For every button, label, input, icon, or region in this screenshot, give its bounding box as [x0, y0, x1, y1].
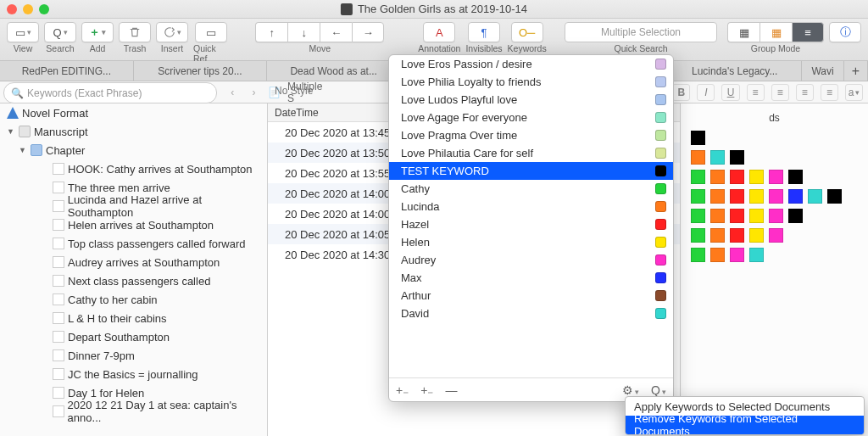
- binder-scene[interactable]: Next class passengers called: [0, 271, 267, 290]
- tab-2[interactable]: Dead Wood as at...: [267, 61, 401, 81]
- invisibles-button[interactable]: ¶: [468, 22, 500, 42]
- keyword-swatch[interactable]: [691, 189, 705, 204]
- keyword-item[interactable]: David: [389, 305, 673, 322]
- move-left-button[interactable]: ←: [320, 22, 352, 42]
- keyword-item[interactable]: Max: [389, 269, 673, 287]
- scrivenings-mode[interactable]: ≡: [792, 22, 824, 42]
- keyword-swatch[interactable]: [710, 189, 725, 204]
- keyword-swatch[interactable]: [691, 131, 705, 145]
- keyword-swatch[interactable]: [749, 209, 764, 223]
- binder-scene[interactable]: Top class passengers called forward: [0, 234, 267, 253]
- search-button[interactable]: Q▾: [44, 22, 76, 42]
- binder-root[interactable]: Novel Format: [0, 103, 267, 122]
- keyword-swatch[interactable]: [769, 209, 783, 223]
- col-datetime[interactable]: DateTime: [275, 107, 402, 119]
- zoom-window[interactable]: [39, 4, 49, 14]
- keyword-swatch[interactable]: [710, 150, 725, 165]
- align-justify[interactable]: ≡: [821, 84, 838, 101]
- keyword-search-icon[interactable]: Q▾: [651, 383, 666, 397]
- keyword-swatch[interactable]: [710, 228, 725, 243]
- align-left[interactable]: ≡: [747, 84, 765, 101]
- quick-search-field[interactable]: Multiple Selection: [565, 22, 717, 42]
- bold-button[interactable]: B: [672, 84, 690, 101]
- new-tab-button[interactable]: +: [844, 61, 868, 81]
- binder-scene[interactable]: Cathy to her cabin: [0, 290, 267, 309]
- keyword-item[interactable]: Love Eros Passion / desire: [389, 55, 673, 73]
- keyword-swatch[interactable]: [808, 189, 822, 204]
- history-fwd[interactable]: ›: [247, 87, 261, 98]
- binder-scene[interactable]: Lucinda and Hazel arrive at Southampton: [0, 197, 267, 215]
- annotation-button[interactable]: A: [423, 22, 455, 42]
- close-window[interactable]: [7, 4, 17, 14]
- add-child-keyword[interactable]: +₋: [396, 383, 409, 397]
- outliner-mode[interactable]: ▦: [760, 22, 792, 42]
- move-right-button[interactable]: →: [352, 22, 384, 42]
- add-sibling-keyword[interactable]: +₋: [420, 383, 433, 397]
- keyword-item[interactable]: Love Pragma Over time: [389, 126, 673, 144]
- binder-search[interactable]: 🔍 Keywords (Exact Phrase): [3, 82, 217, 103]
- keyword-swatch[interactable]: [749, 228, 764, 243]
- keyword-swatch[interactable]: [749, 170, 764, 184]
- keyword-item[interactable]: Love Philautia Care for self: [389, 144, 673, 162]
- keyword-swatch[interactable]: [749, 248, 764, 262]
- trash-button[interactable]: [119, 22, 151, 42]
- keyword-swatch[interactable]: [691, 228, 705, 243]
- tab-6[interactable]: Wavi: [802, 61, 844, 81]
- keyword-swatch[interactable]: [691, 209, 705, 223]
- tab-5[interactable]: Lucinda's Legacy...: [668, 61, 802, 81]
- keyword-item[interactable]: Audrey: [389, 251, 673, 269]
- inspector-toggle[interactable]: ⓘ: [829, 22, 861, 42]
- keyword-item[interactable]: Lucinda: [389, 198, 673, 215]
- insert-button[interactable]: ▾: [156, 22, 188, 42]
- keyword-swatch[interactable]: [769, 189, 783, 204]
- corkboard-mode[interactable]: ▦: [727, 22, 760, 42]
- style-picker[interactable]: No Style: [275, 85, 313, 97]
- disclosure-icon[interactable]: ▼: [19, 146, 27, 154]
- keyword-swatch[interactable]: [710, 209, 725, 223]
- view-button[interactable]: ▭▾: [7, 22, 39, 42]
- keyword-item[interactable]: Arthur: [389, 287, 673, 305]
- keyword-swatch[interactable]: [730, 189, 744, 204]
- move-down-button[interactable]: ↓: [287, 22, 320, 42]
- underline-button[interactable]: U: [721, 84, 739, 101]
- tab-0[interactable]: RedPen EDITING...: [0, 61, 134, 81]
- keywords-button[interactable]: O─: [511, 22, 543, 42]
- binder-manuscript[interactable]: ▼Manuscript: [0, 122, 267, 141]
- remove-keywords-item[interactable]: Remove Keywords from Selected Documents: [626, 416, 864, 434]
- binder-chapter[interactable]: ▼Chapter: [0, 141, 267, 159]
- add-button[interactable]: ＋▾: [81, 22, 114, 42]
- keyword-swatch[interactable]: [788, 170, 803, 184]
- align-center[interactable]: ≡: [771, 84, 789, 101]
- keyword-item[interactable]: Cathy: [389, 180, 673, 198]
- binder-scene[interactable]: 2020 12 21 Day 1 at sea: captain's anno.…: [0, 402, 267, 421]
- keyword-item[interactable]: Helen: [389, 233, 673, 251]
- binder-scene[interactable]: Depart Southampton: [0, 327, 267, 346]
- keyword-swatch[interactable]: [769, 228, 783, 243]
- binder-scene[interactable]: HOOK: Cathy arrives at Southampton: [0, 159, 267, 178]
- keyword-swatch[interactable]: [769, 170, 783, 184]
- keyword-item[interactable]: TEST KEYWORD: [389, 162, 673, 180]
- keyword-item[interactable]: Hazel: [389, 215, 673, 233]
- disclosure-icon[interactable]: ▼: [7, 127, 15, 136]
- keyword-swatch[interactable]: [710, 170, 725, 184]
- remove-keyword-button[interactable]: —: [445, 383, 457, 397]
- align-right[interactable]: ≡: [796, 84, 814, 101]
- binder-scene[interactable]: Dinner 7-9pm: [0, 346, 267, 365]
- keyword-swatch[interactable]: [730, 248, 744, 262]
- keyword-swatch[interactable]: [691, 170, 705, 184]
- keyword-swatch[interactable]: [691, 248, 705, 262]
- gear-icon[interactable]: ⚙▾: [622, 383, 639, 397]
- keyword-swatch[interactable]: [827, 189, 842, 204]
- keyword-swatch[interactable]: [730, 209, 744, 223]
- quickref-button[interactable]: ▭: [195, 22, 227, 42]
- keyword-swatch[interactable]: [730, 228, 744, 243]
- keyword-item[interactable]: Love Agage For everyone: [389, 109, 673, 126]
- binder-scene[interactable]: JC the Basics = journalling: [0, 365, 267, 383]
- binder-scene[interactable]: L & H to their cabins: [0, 309, 267, 327]
- keyword-swatch[interactable]: [730, 170, 744, 184]
- keyword-swatch[interactable]: [691, 150, 705, 165]
- tab-1[interactable]: Scrivener tips 20...: [134, 61, 268, 81]
- line-spacing[interactable]: a▾: [845, 84, 863, 101]
- keyword-item[interactable]: Love Ludos Playful love: [389, 91, 673, 109]
- binder-scene[interactable]: Audrey arrives at Southampton: [0, 253, 267, 271]
